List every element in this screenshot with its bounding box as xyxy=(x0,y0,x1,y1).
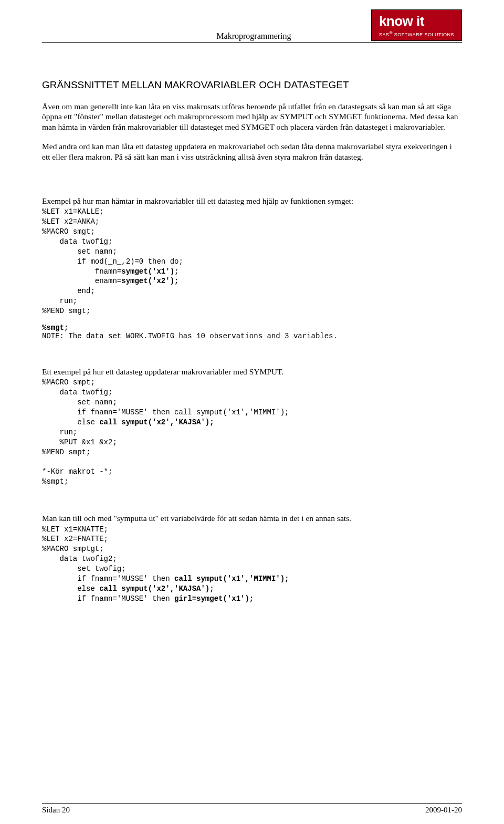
code-line: if fnamn='MUSSE' then xyxy=(42,594,174,603)
logo-sub-suffix: SOFTWARE SOLUTIONS xyxy=(393,32,454,37)
code-line: %smpt; xyxy=(42,477,68,486)
code-line: run; xyxy=(42,297,77,305)
code-bold: symget('x1'); xyxy=(121,267,178,276)
code-line: %LET x2=ANKA; xyxy=(42,217,99,226)
section-heading: GRÄNSSNITTET MELLAN MAKROVARIABLER OCH D… xyxy=(42,79,462,91)
code-line: data twofig2; xyxy=(42,555,117,563)
code-bold: symget('x2'); xyxy=(121,277,178,285)
code-line: %MEND smpt; xyxy=(42,448,90,456)
code-bold: call symput('x1','MIMMI'); xyxy=(174,575,289,583)
paragraph-2: Med andra ord kan man låta ett datasteg … xyxy=(42,141,462,162)
example-2-intro: Ett exempel på hur ett datasteg uppdater… xyxy=(42,367,462,377)
code-output-1: %smgt; NOTE: The data set WORK.TWOFIG ha… xyxy=(42,324,462,340)
code-line: data twofig; xyxy=(42,388,112,397)
code-line: if fnamn='MUSSE' then xyxy=(42,575,174,583)
code-line: set twofig; xyxy=(42,565,126,573)
code-line: set namn; xyxy=(42,247,117,256)
page-footer: Sidan 20 2009-01-20 xyxy=(42,803,462,815)
logo-main-text: know it xyxy=(379,13,454,29)
code-line: %MACRO smptgt; xyxy=(42,545,104,553)
code-line: %LET x1=KALLE; xyxy=(42,207,104,216)
code-line: %LET x1=KNATTE; xyxy=(42,525,108,534)
code-line: %PUT &x1 &x2; xyxy=(42,438,117,446)
code-line: data twofig; xyxy=(42,237,112,246)
code-line: else xyxy=(42,418,99,426)
logo-sub-text: SAS® SOFTWARE SOLUTIONS xyxy=(379,30,454,37)
code-block-1: %LET x1=KALLE; %LET x2=ANKA; %MACRO smgt… xyxy=(42,207,462,316)
example-3-intro: Man kan till och med "symputta ut" ett v… xyxy=(42,513,462,523)
code-line: %MACRO smgt; xyxy=(42,227,95,236)
code-line: enamn= xyxy=(42,277,121,285)
code-line: run; xyxy=(42,428,77,436)
code-bold: girl=symget('x1'); xyxy=(174,594,254,603)
code-line: if fnamn='MUSSE' then call symput('x1','… xyxy=(42,408,289,416)
code-line: %MEND smgt; xyxy=(42,307,90,315)
brand-logo: know it SAS® SOFTWARE SOLUTIONS xyxy=(371,9,462,41)
code-line: %LET x2=FNATTE; xyxy=(42,535,108,543)
code-line: fnamn= xyxy=(42,267,121,276)
example-1-intro: Exempel på hur man hämtar in makrovariab… xyxy=(42,196,462,206)
code-bold: call symput('x2','KAJSA'); xyxy=(99,418,214,426)
code-line: set namn; xyxy=(42,398,117,406)
code-line: *-Kör makrot -*; xyxy=(42,467,112,476)
paragraph-1: Även om man generellt inte kan låta en v… xyxy=(42,101,462,132)
code-line: %MACRO smpt; xyxy=(42,378,95,387)
output-invoke: %smgt; xyxy=(42,324,462,332)
code-block-3: %LET x1=KNATTE; %LET x2=FNATTE; %MACRO s… xyxy=(42,525,462,604)
logo-sub-prefix: SAS xyxy=(379,32,390,37)
code-block-2: %MACRO smpt; data twofig; set namn; if f… xyxy=(42,378,462,487)
output-note: NOTE: The data set WORK.TWOFIG has 10 ob… xyxy=(42,332,462,340)
header-title: Makroprogrammering xyxy=(136,32,371,41)
code-line: if mod(_n_,2)=0 then do; xyxy=(42,257,183,266)
code-line: else xyxy=(42,585,99,593)
code-line: end; xyxy=(42,287,95,295)
page-header: Makroprogrammering know it SAS® SOFTWARE… xyxy=(42,9,462,43)
code-bold: call symput('x2','KAJSA'); xyxy=(99,585,214,593)
footer-date: 2009-01-20 xyxy=(425,806,462,815)
footer-page-number: Sidan 20 xyxy=(42,806,70,815)
